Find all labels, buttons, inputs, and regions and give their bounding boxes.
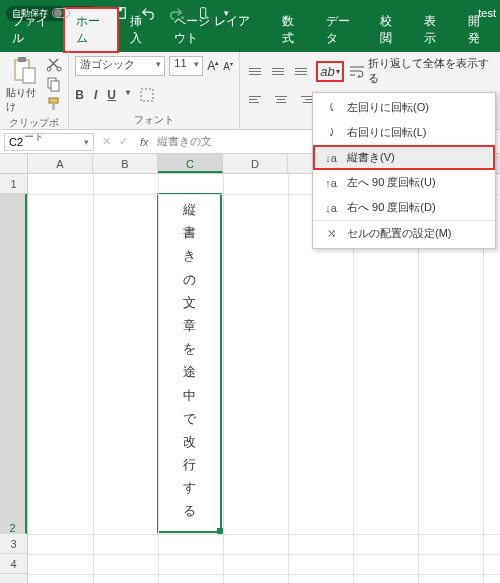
menu-label: セルの配置の設定(M) bbox=[347, 226, 452, 241]
fx-icon[interactable]: fx bbox=[132, 136, 157, 148]
menu-label: 左回りに回転(O) bbox=[347, 100, 429, 115]
row-header[interactable]: 3 bbox=[0, 534, 27, 554]
svg-point-7 bbox=[57, 67, 61, 71]
menu-rotate-up[interactable]: ↑a 左へ 90 度回転(U) bbox=[313, 170, 495, 195]
menu-rotate-down[interactable]: ↓a 右へ 90 度回転(D) bbox=[313, 195, 495, 221]
svg-rect-12 bbox=[141, 89, 153, 101]
cut-icon[interactable] bbox=[46, 56, 62, 72]
wrap-text-button[interactable]: 折り返して全体を表示する bbox=[349, 56, 492, 86]
menu-label: 左へ 90 度回転(U) bbox=[347, 175, 436, 190]
rotate-ccw-icon: ⤹ bbox=[323, 101, 339, 114]
svg-rect-4 bbox=[18, 57, 26, 62]
tab-formulas[interactable]: 数式 bbox=[270, 8, 314, 52]
redo-icon[interactable] bbox=[168, 5, 184, 21]
align-top-icon[interactable] bbox=[248, 64, 265, 78]
format-painter-icon[interactable] bbox=[46, 96, 62, 112]
row-header[interactable]: 4 bbox=[0, 554, 27, 574]
column-header[interactable]: D bbox=[223, 154, 288, 173]
menu-label: 縦書き(V) bbox=[347, 150, 395, 165]
select-all-button[interactable] bbox=[0, 154, 28, 174]
tab-home[interactable]: ホーム bbox=[64, 8, 118, 52]
border-icon[interactable] bbox=[140, 88, 154, 105]
row-header[interactable]: 2 bbox=[0, 194, 27, 534]
increase-font-icon[interactable]: A▴ bbox=[207, 59, 219, 73]
vertical-text-icon: ↓a bbox=[323, 152, 339, 164]
svg-rect-5 bbox=[23, 68, 35, 83]
cancel-icon[interactable]: ✕ bbox=[98, 135, 115, 148]
selected-cell[interactable]: 縦書きの文章を途中で改行する bbox=[157, 193, 222, 533]
align-bottom-icon[interactable] bbox=[294, 64, 311, 78]
menu-label: 右へ 90 度回転(D) bbox=[347, 200, 436, 215]
menu-label: 右回りに回転(L) bbox=[347, 125, 426, 140]
copy-icon[interactable] bbox=[46, 76, 62, 92]
decrease-font-icon[interactable]: A▾ bbox=[223, 60, 233, 72]
formula-value[interactable]: 縦書きの文 bbox=[157, 134, 212, 149]
tab-review[interactable]: 校閲 bbox=[368, 8, 412, 52]
font-name-select[interactable]: 游ゴシック bbox=[75, 56, 165, 76]
orientation-icon: ab bbox=[320, 64, 334, 79]
menu-rotate-ccw[interactable]: ⤹ 左回りに回転(O) bbox=[313, 95, 495, 120]
tab-data[interactable]: データ bbox=[314, 8, 368, 52]
bold-button[interactable]: B bbox=[75, 88, 84, 105]
rotate-down-icon: ↓a bbox=[323, 202, 339, 214]
menu-format-alignment[interactable]: ⤭ セルの配置の設定(M) bbox=[313, 221, 495, 246]
group-label-font: フォント bbox=[75, 111, 233, 127]
orientation-dropdown: ⤹ 左回りに回転(O) ⤸ 右回りに回転(L) ↓a 縦書き(V) ↑a 左へ … bbox=[312, 92, 496, 249]
column-header[interactable]: B bbox=[93, 154, 158, 173]
cell-vertical-text: 縦書きの文章を途中で改行する bbox=[159, 195, 220, 521]
rotate-cw-icon: ⤸ bbox=[323, 126, 339, 139]
row-header[interactable]: 1 bbox=[0, 174, 27, 194]
italic-button[interactable]: I bbox=[94, 88, 97, 105]
column-header[interactable]: C bbox=[158, 154, 223, 173]
align-center-icon[interactable] bbox=[272, 93, 290, 107]
svg-rect-9 bbox=[51, 81, 59, 91]
group-clipboard: 貼り付け クリップボード bbox=[0, 52, 69, 129]
group-font: 游ゴシック 11 A▴ A▾ B I U ▾ フォント bbox=[69, 52, 240, 129]
wrap-icon bbox=[349, 64, 364, 78]
tab-insert[interactable]: 挿入 bbox=[118, 8, 162, 52]
align-middle-icon[interactable] bbox=[271, 64, 288, 78]
svg-rect-11 bbox=[52, 103, 55, 110]
underline-button[interactable]: U bbox=[107, 88, 116, 105]
paste-label: 貼り付け bbox=[6, 86, 42, 114]
menu-rotate-cw[interactable]: ⤸ 右回りに回転(L) bbox=[313, 120, 495, 145]
tab-view[interactable]: 表示 bbox=[412, 8, 456, 52]
align-left-icon[interactable] bbox=[248, 93, 266, 107]
svg-rect-10 bbox=[49, 98, 58, 103]
rotate-up-icon: ↑a bbox=[323, 177, 339, 189]
name-box[interactable]: C2 bbox=[4, 133, 94, 151]
menu-vertical-text[interactable]: ↓a 縦書き(V) bbox=[313, 145, 495, 170]
orientation-button[interactable]: ab ▾ bbox=[317, 62, 342, 81]
underline-more-icon[interactable]: ▾ bbox=[126, 88, 130, 105]
tab-dev[interactable]: 開発 bbox=[456, 8, 500, 52]
name-box-value: C2 bbox=[9, 136, 23, 148]
paste-button[interactable]: 貼り付け bbox=[6, 56, 42, 114]
format-icon: ⤭ bbox=[323, 227, 339, 240]
enter-icon[interactable]: ✓ bbox=[115, 135, 132, 148]
ribbon-tabs: ファイル ホーム 挿入 ページ レイアウト 数式 データ 校閲 表示 開発 bbox=[0, 26, 500, 52]
row-headers: 1234 bbox=[0, 174, 28, 583]
font-size-select[interactable]: 11 bbox=[169, 56, 203, 76]
toggle-pill bbox=[52, 8, 70, 18]
column-header[interactable]: A bbox=[28, 154, 93, 173]
wrap-label: 折り返して全体を表示する bbox=[368, 56, 492, 86]
chevron-down-icon: ▾ bbox=[336, 67, 340, 76]
